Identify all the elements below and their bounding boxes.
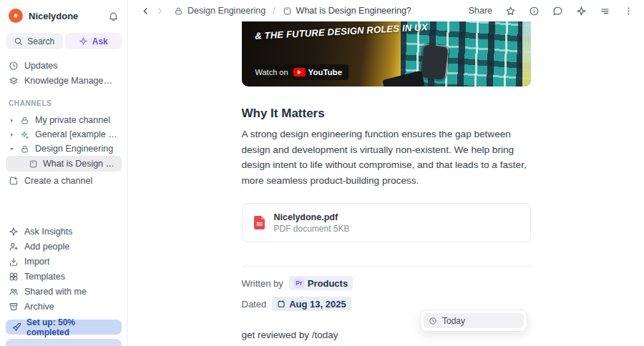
pdf-file-icon xyxy=(254,216,265,229)
page-icon xyxy=(29,159,38,169)
channels-section-header: CHANNELS xyxy=(9,99,119,107)
sidebar-item-label: Archive xyxy=(24,302,54,312)
breadcrumb-page[interactable]: What is Design Engineering? xyxy=(296,6,411,16)
search-button[interactable]: Search xyxy=(6,33,63,49)
dropdown-option-today[interactable]: Today xyxy=(424,313,524,328)
youtube-logo: YouTube xyxy=(293,68,342,76)
sidebar-item-label: Updates xyxy=(24,61,58,71)
breadcrumb: Design Engineering / What is Design Engi… xyxy=(174,6,411,16)
watch-on-label: Watch on xyxy=(255,68,288,76)
forward-icon[interactable] xyxy=(152,6,167,16)
partial-bottom-chip[interactable] xyxy=(6,339,122,346)
rocket-icon xyxy=(12,322,21,332)
star-icon[interactable] xyxy=(505,6,516,16)
chevron-down-icon[interactable] xyxy=(7,146,16,152)
info-icon[interactable] xyxy=(529,6,540,16)
back-icon[interactable] xyxy=(138,6,152,16)
person-plus-icon xyxy=(9,242,19,252)
date-value: Aug 13, 2025 xyxy=(289,299,346,310)
file-name: Nicelydone.pdf xyxy=(274,212,350,222)
sparkle-icon xyxy=(79,36,88,46)
sparkle-icon[interactable] xyxy=(576,6,587,16)
more-icon[interactable] xyxy=(623,6,634,16)
chevron-right-icon[interactable] xyxy=(7,117,16,124)
file-meta: PDF document 5KB xyxy=(274,224,350,234)
lock-icon xyxy=(174,6,183,16)
sidebar-header: Nicelydone xyxy=(6,6,122,26)
calendar-icon xyxy=(277,300,286,308)
sidebar-channel-design-engineering[interactable]: Design Engineering xyxy=(6,142,122,156)
toc-icon[interactable] xyxy=(600,6,610,16)
sidebar-item-knowledge-management[interactable]: Knowledge Management xyxy=(6,73,122,88)
layers-icon xyxy=(9,76,19,86)
pdf-attachment-card[interactable]: Nicelydone.pdf PDF document 5KB xyxy=(242,203,531,242)
page-label: What is Design Engineering? xyxy=(43,159,119,169)
bell-icon[interactable] xyxy=(108,11,119,21)
sidebar-spacer xyxy=(6,188,122,221)
youtube-play-icon xyxy=(293,68,306,76)
sidebar-item-label: Shared with me xyxy=(24,287,87,297)
document-column: & THE FUTURE DESIGN ROLES IN UX Watch on… xyxy=(242,21,531,346)
sidebar-nav: Updates Knowledge Management xyxy=(6,58,122,88)
topbar: Design Engineering / What is Design Engi… xyxy=(128,0,644,21)
templates-icon xyxy=(9,272,19,282)
topbar-actions: Share xyxy=(469,6,634,16)
import-icon xyxy=(9,257,19,267)
youtube-wordmark: YouTube xyxy=(308,68,342,76)
comment-icon[interactable] xyxy=(552,6,563,16)
green-sparkle-icon xyxy=(20,130,29,139)
sidebar-item-import[interactable]: Import xyxy=(6,254,122,269)
sidebar-item-add-people[interactable]: Add people xyxy=(6,239,122,254)
archive-icon xyxy=(9,302,19,312)
page-icon xyxy=(283,6,292,16)
content-divider xyxy=(242,266,531,267)
watch-on-youtube-button[interactable]: Watch on YouTube xyxy=(249,64,349,80)
dated-label: Dated xyxy=(242,299,267,310)
sidebar-channel-my-private[interactable]: My private channel xyxy=(6,113,122,127)
create-channel-label: Create a channel xyxy=(24,176,92,186)
channel-label: My private channel xyxy=(35,115,110,125)
clock-icon xyxy=(429,317,437,325)
sidebar-tools: Ask Insights Add people Import Templates xyxy=(6,224,122,314)
dated-row: Dated Aug 13, 2025 xyxy=(242,297,531,311)
sidebar-channel-general[interactable]: General [example channel] xyxy=(6,127,122,142)
app-logo xyxy=(9,9,23,23)
ask-button[interactable]: Ask xyxy=(65,33,122,49)
create-channel-button[interactable]: Create a channel xyxy=(6,173,122,188)
date-chip[interactable]: Aug 13, 2025 xyxy=(272,297,351,311)
people-icon xyxy=(9,287,19,297)
channel-label: Design Engineering xyxy=(35,144,113,154)
sidebar-item-label: Import xyxy=(24,257,49,267)
plus-box-icon xyxy=(9,176,19,186)
lock-icon xyxy=(20,144,29,154)
lock-icon xyxy=(20,116,29,125)
section-heading: Why It Matters xyxy=(242,107,531,121)
search-icon xyxy=(14,36,23,46)
sidebar-actions: Search Ask xyxy=(6,33,122,49)
search-label: Search xyxy=(27,36,54,46)
author-chip[interactable]: Pr Products xyxy=(289,276,353,290)
sidebar-item-archive[interactable]: Archive xyxy=(6,299,122,314)
video-background-sliver xyxy=(522,21,531,86)
slash-command-dropdown: Today xyxy=(420,310,527,332)
sidebar-item-updates[interactable]: Updates xyxy=(6,58,122,73)
sidebar-item-label: Ask Insights xyxy=(24,227,72,237)
chevron-right-icon[interactable] xyxy=(7,132,16,138)
sidebar-page-what-is-design-engineering[interactable]: What is Design Engineering? xyxy=(6,156,122,172)
video-microphone xyxy=(420,44,448,80)
main-area: Design Engineering / What is Design Engi… xyxy=(128,0,644,346)
channel-label: General [example channel] xyxy=(35,129,120,139)
sidebar-item-label: Add people xyxy=(24,242,69,252)
sidebar-item-shared-with-me[interactable]: Shared with me xyxy=(6,284,122,299)
setup-progress-button[interactable]: Set up: 50% completed xyxy=(6,320,122,335)
setup-progress-label: Set up: 50% completed xyxy=(26,317,115,337)
breadcrumb-separator: / xyxy=(273,6,275,16)
sidebar-item-ask-insights[interactable]: Ask Insights xyxy=(6,224,122,239)
youtube-video-embed[interactable]: & THE FUTURE DESIGN ROLES IN UX Watch on… xyxy=(242,21,531,86)
author-name: Products xyxy=(308,278,348,289)
sparkle-icon xyxy=(9,227,19,237)
breadcrumb-channel[interactable]: Design Engineering xyxy=(187,6,265,16)
document-content: & THE FUTURE DESIGN ROLES IN UX Watch on… xyxy=(128,21,644,346)
sidebar-item-templates[interactable]: Templates xyxy=(6,269,122,284)
share-button[interactable]: Share xyxy=(469,6,492,16)
